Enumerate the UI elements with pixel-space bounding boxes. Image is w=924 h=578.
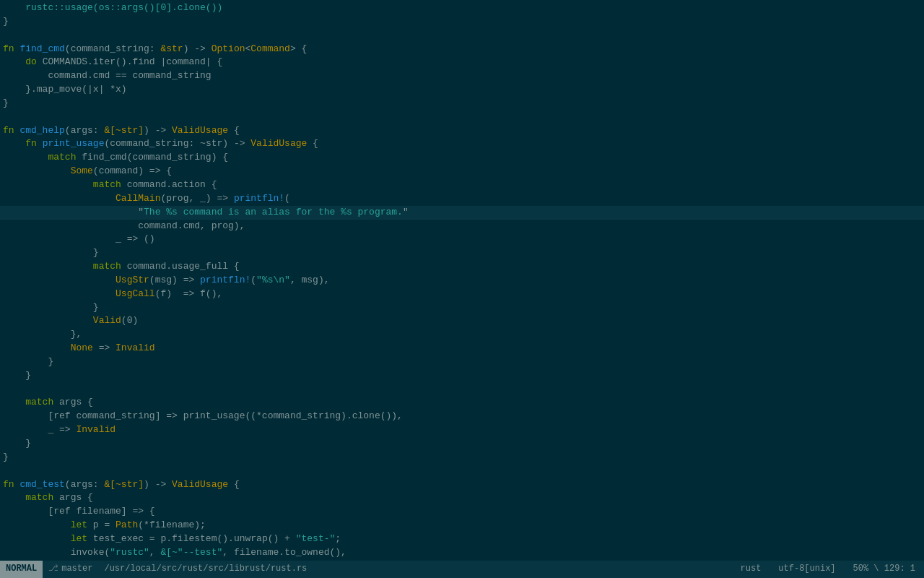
line-22: UsgCall(f) => f(),: [0, 288, 924, 301]
line-24: Valid(0): [0, 314, 924, 328]
line-1: rustc::usage(os::args()[0].clone()): [0, 1, 924, 15]
line-30: match args {: [0, 396, 924, 410]
line-2: }: [0, 15, 924, 29]
line-5: do COMMANDS.iter().find |command| {: [0, 56, 924, 69]
line-number: 129:: [884, 564, 905, 574]
line-23: }: [0, 301, 924, 315]
line-28: }: [0, 369, 924, 383]
vim-mode: NORMAL: [0, 561, 43, 578]
line-39: let p = Path(*filename);: [0, 519, 924, 532]
line-26: None => Invalid: [0, 342, 924, 355]
line-21: UsgStr(msg) => printfln!("%s\n", msg),: [0, 274, 924, 288]
line-41: invoke("rustc", &[~"--test", filename.to…: [0, 546, 924, 560]
line-7: }.map_move(|x| *x): [0, 83, 924, 97]
line-18: _ => (): [0, 233, 924, 246]
line-13: Some(command) => {: [0, 165, 924, 178]
col-number: 1: [905, 564, 915, 574]
file-path: /usr/local/src/rust/src/librust/rust.rs: [98, 563, 731, 575]
line-29: [0, 383, 924, 397]
line-4: fn find_cmd(command_string: &str) -> Opt…: [0, 43, 924, 56]
line-9: [0, 111, 924, 124]
line-19: }: [0, 246, 924, 260]
line-16: "The %s command is an alias for the %s p…: [0, 206, 924, 220]
branch-name: master: [61, 563, 92, 575]
status-bar: NORMAL ⎇ master /usr/local/src/rust/src/…: [0, 561, 924, 578]
scroll-percent: 50%: [853, 564, 869, 574]
line-12: match find_cmd(command_string) {: [0, 151, 924, 165]
line-14: match command.action {: [0, 178, 924, 192]
line-8: }: [0, 97, 924, 111]
line-25: },: [0, 328, 924, 342]
line-35: [0, 465, 924, 478]
line-20: match command.usage_full {: [0, 260, 924, 274]
line-15: CallMain(prog, _) => printfln!(: [0, 192, 924, 206]
line-3: [0, 29, 924, 43]
line-36: fn cmd_test(args: &[~str]) -> ValidUsage…: [0, 478, 924, 492]
line-32: _ => Invalid: [0, 423, 924, 437]
language-indicator: rust: [732, 563, 770, 575]
line-10: fn cmd_help(args: &[~str]) -> ValidUsage…: [0, 124, 924, 138]
line-40: let test_exec = p.filestem().unwrap() + …: [0, 532, 924, 546]
line-33: }: [0, 437, 924, 451]
status-right-section: rust utf-8[unix] 50% \ 129: 1: [732, 561, 924, 578]
line-34: }: [0, 451, 924, 465]
line-27: }: [0, 355, 924, 369]
git-branch: ⎇ master: [43, 561, 98, 578]
line-11: fn print_usage(command_string: ~str) -> …: [0, 137, 924, 151]
line-31: [ref command_string] => print_usage((*co…: [0, 410, 924, 423]
line-17: command.cmd, prog),: [0, 220, 924, 233]
position-indicator: 50% \ 129: 1: [845, 563, 924, 575]
encoding-indicator: utf-8[unix]: [770, 563, 844, 575]
code-editor: rustc::usage(os::args()[0].clone())} fn …: [0, 0, 924, 561]
line-38: [ref filename] => {: [0, 505, 924, 519]
line-6: command.cmd == command_string: [0, 69, 924, 83]
branch-icon: ⎇: [48, 563, 58, 575]
line-37: match args {: [0, 491, 924, 505]
